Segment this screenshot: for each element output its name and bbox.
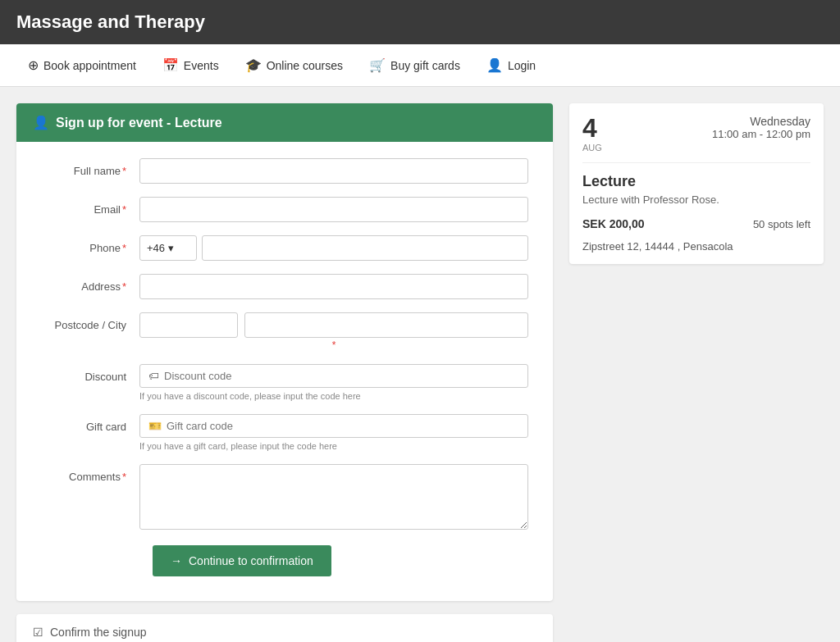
gift-card-row: Gift card 🎫 If you have a gift card, ple… <box>41 414 528 451</box>
full-name-required: * <box>122 165 126 177</box>
discount-code-input[interactable] <box>164 370 519 382</box>
login-icon: 👤 <box>486 57 503 73</box>
main-nav: ⊕ Book appointment 📅 Events 🎓 Online cou… <box>0 44 840 87</box>
phone-input-wrap: +46 ▾ <box>139 235 528 261</box>
gift-card-hint: If you have a gift card, please input th… <box>139 441 528 451</box>
continue-button-label: Continue to confirmation <box>189 554 313 567</box>
app-title: Massage and Therapy <box>16 11 824 33</box>
event-price: SEK 200,00 <box>582 217 645 230</box>
comments-row: Comments* <box>41 464 528 532</box>
event-date-card: 4 AUG Wednesday 11:00 am - 12:00 pm Lect… <box>569 103 824 264</box>
phone-code-value: +46 <box>147 242 165 254</box>
chevron-down-icon: ▾ <box>168 242 174 254</box>
nav-online-courses-label: Online courses <box>267 59 343 72</box>
email-input-wrap <box>139 197 528 222</box>
phone-required: * <box>122 242 126 254</box>
email-input[interactable] <box>139 197 528 222</box>
date-day: Wednesday <box>712 115 810 128</box>
address-input[interactable] <box>139 274 528 299</box>
phone-code-selector[interactable]: +46 ▾ <box>139 235 197 261</box>
discount-code-field[interactable]: 🏷 <box>139 364 528 388</box>
nav-book-appointment-label: Book appointment <box>43 59 136 72</box>
form-header-icon: 👤 <box>33 115 49 130</box>
address-input-wrap <box>139 274 528 299</box>
discount-hint: If you have a discount code, please inpu… <box>139 391 528 401</box>
postcode-required-star: * <box>139 339 528 351</box>
phone-row: Phone* +46 ▾ <box>41 235 528 261</box>
phone-wrap: +46 ▾ <box>139 235 528 261</box>
phone-label: Phone* <box>41 235 139 254</box>
event-title: Lecture <box>582 173 810 190</box>
postcode-input[interactable] <box>139 312 238 338</box>
comments-input-wrap <box>139 464 528 532</box>
date-right: Wednesday 11:00 am - 12:00 pm <box>712 115 810 140</box>
full-name-row: Full name* <box>41 158 528 184</box>
postcode-city-wrap: * <box>139 312 528 351</box>
full-name-label: Full name* <box>41 158 139 177</box>
comments-label: Comments* <box>41 464 139 483</box>
app-header: Massage and Therapy <box>0 0 840 44</box>
form-header-title: Sign up for event - Lecture <box>56 116 222 130</box>
email-required: * <box>122 203 126 216</box>
event-meta: SEK 200,00 50 spots left <box>582 217 810 230</box>
nav-buy-gift-cards-label: Buy gift cards <box>390 59 460 72</box>
book-appointment-icon: ⊕ <box>28 57 39 73</box>
discount-row: Discount 🏷 If you have a discount code, … <box>41 364 528 401</box>
postcode-city-label: Postcode / City <box>41 312 139 331</box>
postcode-city-row: Postcode / City * <box>41 312 528 351</box>
full-name-input[interactable] <box>139 158 528 184</box>
gift-card-code-input[interactable] <box>167 420 519 432</box>
buy-gift-cards-icon: 🛒 <box>369 57 386 73</box>
email-row: Email* <box>41 197 528 222</box>
confirm-label: Confirm the signup <box>50 626 147 639</box>
nav-login[interactable]: 👤 Login <box>475 44 547 86</box>
nav-events[interactable]: 📅 Events <box>151 44 231 86</box>
date-time: 11:00 am - 12:00 pm <box>712 128 810 140</box>
comments-textarea[interactable] <box>139 464 528 530</box>
discount-input-wrap: 🏷 If you have a discount code, please in… <box>139 364 528 401</box>
phone-number-input[interactable] <box>202 235 528 261</box>
city-input[interactable] <box>244 312 528 338</box>
nav-login-label: Login <box>508 59 536 72</box>
arrow-right-icon: → <box>171 554 182 567</box>
tag-icon: 🏷 <box>148 370 159 382</box>
gift-card-input-wrap: 🎫 If you have a gift card, please input … <box>139 414 528 451</box>
gift-card-code-field[interactable]: 🎫 <box>139 414 528 438</box>
right-panel: 4 AUG Wednesday 11:00 am - 12:00 pm Lect… <box>569 103 824 642</box>
form-header: 👤 Sign up for event - Lecture <box>16 103 553 142</box>
comments-required: * <box>122 471 126 483</box>
date-header: 4 AUG Wednesday 11:00 am - 12:00 pm <box>582 115 810 163</box>
discount-label: Discount <box>41 364 139 383</box>
events-icon: 📅 <box>162 57 179 73</box>
email-label: Email* <box>41 197 139 216</box>
continue-button[interactable]: → Continue to confirmation <box>153 545 331 576</box>
gift-card-icon: 🎫 <box>148 420 162 432</box>
address-row: Address* <box>41 274 528 299</box>
event-address: Zipstreet 12, 14444 , Pensacola <box>582 240 810 253</box>
online-courses-icon: 🎓 <box>245 57 262 73</box>
date-month: AUG <box>582 143 602 153</box>
date-num-wrap: 4 AUG <box>582 115 602 153</box>
confirm-signup-card: ☑ Confirm the signup <box>16 614 553 642</box>
event-spots: 50 spots left <box>753 218 810 230</box>
main-content: 👤 Sign up for event - Lecture Full name* <box>0 87 840 642</box>
form-body: Full name* Email* <box>16 142 553 601</box>
address-label: Address* <box>41 274 139 293</box>
date-number: 4 <box>582 115 602 141</box>
signup-form-card: 👤 Sign up for event - Lecture Full name* <box>16 103 553 601</box>
nav-events-label: Events <box>184 59 219 72</box>
full-name-input-wrap <box>139 158 528 184</box>
nav-online-courses[interactable]: 🎓 Online courses <box>234 44 354 86</box>
confirm-icon: ☑ <box>33 626 43 639</box>
nav-book-appointment[interactable]: ⊕ Book appointment <box>16 44 148 86</box>
nav-buy-gift-cards[interactable]: 🛒 Buy gift cards <box>358 44 472 86</box>
event-description: Lecture with Professor Rose. <box>582 194 810 206</box>
address-required: * <box>122 280 126 293</box>
gift-card-label: Gift card <box>41 414 139 433</box>
postcode-city-inputs <box>139 312 528 338</box>
